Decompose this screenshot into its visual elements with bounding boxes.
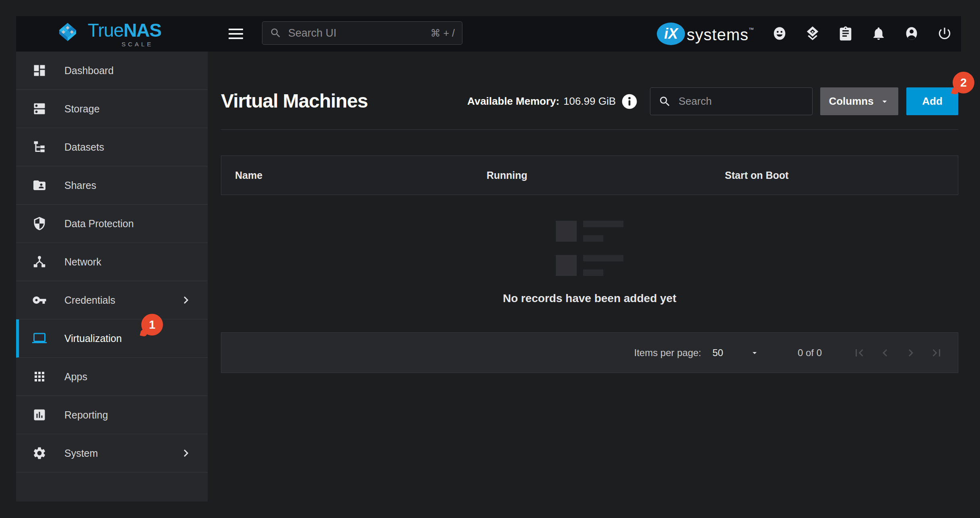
page-range: 0 of 0 — [798, 347, 822, 358]
global-search-input[interactable] — [287, 27, 425, 40]
account-button[interactable] — [903, 25, 920, 43]
items-per-page-select[interactable]: 50 — [712, 347, 759, 358]
dropdown-arrow-icon — [879, 96, 890, 107]
sidebar-item-system[interactable]: System — [16, 434, 208, 472]
ixsystems-text: systems — [687, 26, 749, 44]
table-header-row: Name Running Start on Boot — [221, 155, 958, 195]
chevron-left-icon — [878, 346, 892, 360]
title-divider — [221, 129, 958, 130]
add-button-label: Add — [922, 95, 943, 108]
sidebar-item-label: Datasets — [64, 141, 104, 153]
dropdown-arrow-icon — [750, 348, 759, 358]
sidebar-item-label: Storage — [64, 103, 100, 115]
sidebar-item-label: Credentials — [64, 294, 115, 306]
smiley-icon — [772, 26, 787, 41]
search-icon — [658, 95, 671, 108]
apps-grid-icon — [32, 369, 47, 384]
sidebar-item-datasets[interactable]: Datasets — [16, 128, 208, 166]
paginator: Items per page: 50 0 of 0 — [221, 332, 958, 373]
dashboard-icon — [32, 63, 47, 78]
laptop-icon — [32, 331, 47, 346]
items-per-page-value: 50 — [712, 347, 723, 358]
global-search-box: ⌘ + / — [262, 21, 462, 45]
truecommand-button[interactable] — [804, 25, 821, 43]
placeholder-row — [556, 255, 623, 276]
column-header-running[interactable]: Running — [487, 156, 527, 195]
ixsystems-mark: iX — [657, 23, 685, 45]
jobs-button[interactable] — [837, 25, 854, 43]
truenas-wordmark: TrueNAS SCALE — [88, 21, 161, 47]
feedback-button[interactable] — [771, 25, 788, 43]
storage-icon — [32, 102, 47, 116]
columns-button-label: Columns — [829, 95, 873, 108]
chevron-right-icon — [904, 346, 918, 360]
sidebar-item-apps[interactable]: Apps — [16, 358, 208, 396]
power-button[interactable] — [936, 25, 953, 43]
topbar: TrueNAS SCALE ⌘ + / iX systems ™ — [16, 16, 961, 52]
truenas-logo-icon — [53, 19, 82, 48]
first-page-button[interactable] — [852, 346, 867, 360]
next-page-button[interactable] — [904, 346, 918, 360]
memory-info-button[interactable] — [621, 93, 638, 110]
truenas-screen: TrueNAS SCALE ⌘ + / iX systems ™ — [0, 0, 980, 518]
chevron-right-icon — [179, 446, 193, 460]
menu-toggle-button[interactable] — [226, 24, 246, 44]
shield-icon — [32, 216, 47, 231]
chevron-right-icon — [179, 293, 193, 307]
virtualization-notification-badge: 1 — [141, 314, 163, 336]
sidebar: Dashboard Storage Datasets Shares Data P… — [16, 52, 208, 501]
truenas-wordmark-text: TrueNAS — [88, 20, 161, 41]
power-icon — [937, 26, 952, 41]
columns-button[interactable]: Columns — [820, 87, 898, 115]
sidebar-item-data-protection[interactable]: Data Protection — [16, 205, 208, 243]
search-icon — [270, 27, 282, 39]
empty-state-message: No records have been added yet — [503, 292, 676, 305]
table-search-input[interactable] — [678, 95, 804, 108]
add-button[interactable]: Add 2 — [906, 87, 958, 115]
available-memory-value: 106.99 GiB — [563, 95, 616, 108]
datasets-icon — [32, 140, 47, 154]
last-page-icon — [929, 346, 944, 360]
sidebar-item-label: Reporting — [64, 409, 108, 421]
empty-state: No records have been added yet — [221, 221, 958, 305]
main-content: Virtual Machines Available Memory: 106.9… — [208, 52, 964, 501]
column-header-start-on-boot[interactable]: Start on Boot — [725, 156, 788, 195]
sidebar-item-label: Apps — [64, 371, 87, 383]
sidebar-item-network[interactable]: Network — [16, 243, 208, 281]
sidebar-item-reporting[interactable]: Reporting — [16, 396, 208, 434]
sidebar-item-label: Virtualization — [64, 333, 122, 344]
column-header-name[interactable]: Name — [235, 156, 262, 195]
available-memory: Available Memory: 106.99 GiB — [467, 93, 638, 110]
alerts-button[interactable] — [870, 25, 887, 43]
sidebar-item-virtualization[interactable]: Virtualization 1 — [16, 319, 208, 358]
sidebar-item-shares[interactable]: Shares — [16, 166, 208, 205]
sidebar-item-dashboard[interactable]: Dashboard — [16, 52, 208, 90]
shared-folder-icon — [32, 178, 47, 193]
bar-chart-icon — [32, 408, 47, 422]
sidebar-item-credentials[interactable]: Credentials — [16, 281, 208, 319]
pagination-controls — [852, 346, 944, 360]
key-icon — [32, 293, 47, 307]
truecommand-icon — [805, 26, 820, 41]
add-notification-badge: 2 — [953, 72, 974, 93]
gear-icon — [32, 446, 47, 460]
page-title: Virtual Machines — [221, 89, 368, 113]
sidebar-item-storage[interactable]: Storage — [16, 90, 208, 128]
sidebar-item-label: Shares — [64, 180, 96, 191]
previous-page-button[interactable] — [878, 346, 892, 360]
info-icon — [621, 93, 638, 110]
clipboard-icon — [838, 26, 853, 41]
last-page-button[interactable] — [929, 346, 944, 360]
truenas-logo[interactable]: TrueNAS SCALE — [53, 16, 161, 52]
placeholder-row — [556, 221, 623, 242]
table-search-box — [650, 87, 813, 115]
sidebar-item-label: Data Protection — [64, 218, 134, 230]
toolbar: Available Memory: 106.99 GiB Columns — [467, 87, 958, 115]
topbar-actions: iX systems ™ — [657, 16, 953, 52]
truenas-scale-label: SCALE — [122, 41, 161, 47]
empty-state-graphic — [556, 221, 623, 276]
sidebar-filler — [16, 472, 208, 501]
first-page-icon — [852, 346, 867, 360]
network-icon — [32, 255, 47, 269]
ixsystems-tm: ™ — [749, 27, 754, 33]
